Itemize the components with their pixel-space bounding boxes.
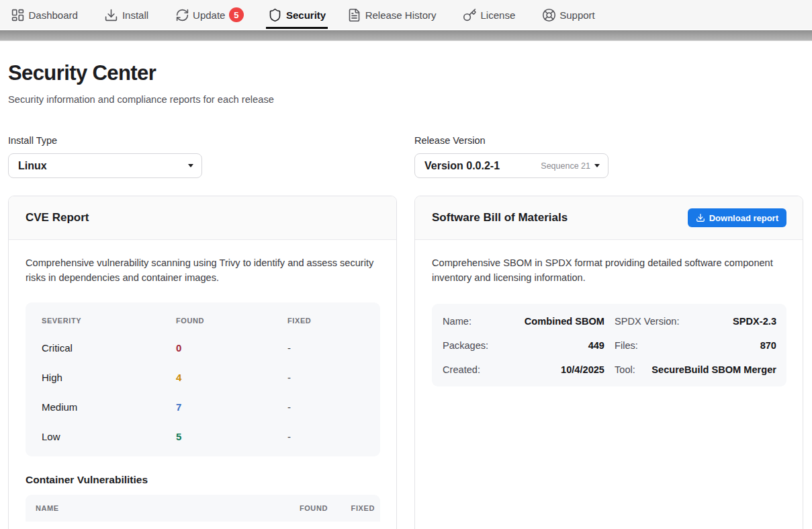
info-value: 449 xyxy=(588,340,604,351)
col-severity: SEVERITY xyxy=(42,317,176,325)
download-report-button[interactable]: Download report xyxy=(688,208,786,227)
tab-label: Update xyxy=(193,9,225,21)
sbom-card-title: Software Bill of Materials xyxy=(432,211,568,225)
release-version-value: Version 0.0.2-1 xyxy=(424,160,500,172)
severity-label: Low xyxy=(42,431,176,442)
severity-label: High xyxy=(42,372,176,383)
info-label: Name: xyxy=(443,316,471,327)
info-label: Created: xyxy=(443,364,480,375)
col-found: FOUND xyxy=(267,504,328,512)
fixed-count: - xyxy=(287,401,364,413)
install-type-value: Linux xyxy=(18,160,47,172)
tab-label: License xyxy=(481,9,516,21)
layout-dashboard-icon xyxy=(11,8,25,22)
found-count: 0 xyxy=(176,342,287,354)
found-count: 4 xyxy=(176,372,287,383)
tab-release-history[interactable]: Release History xyxy=(343,0,440,30)
install-type-select[interactable]: Linux xyxy=(8,153,202,178)
fixed-count: - xyxy=(287,431,364,442)
main-content: Security Center Security information and… xyxy=(0,61,812,529)
info-label: Tool: xyxy=(615,364,635,375)
tab-label: Install xyxy=(122,9,148,21)
col-fixed: FIXED xyxy=(287,317,364,325)
sbom-card-body: Comprehensive SBOM in SPDX format provid… xyxy=(415,240,803,403)
shield-icon xyxy=(268,8,282,22)
life-buoy-icon xyxy=(542,8,556,22)
severity-row-high: High 4 - xyxy=(26,362,380,392)
install-type-group: Install Type Linux xyxy=(8,135,397,178)
sbom-card: Software Bill of Materials Download repo… xyxy=(414,196,803,529)
info-label: Files: xyxy=(615,340,638,351)
file-text-icon xyxy=(347,8,361,22)
found-count: 7 xyxy=(176,401,287,413)
severity-row-critical: Critical 0 - xyxy=(26,333,380,362)
found-count: 5 xyxy=(176,431,287,442)
top-navigation: Dashboard Install Update 5 Security Rele… xyxy=(0,0,812,30)
severity-table-header: SEVERITY FOUND FIXED xyxy=(26,308,380,333)
fixed-count: - xyxy=(287,342,364,354)
info-value: 870 xyxy=(760,340,776,351)
container-vulnerabilities-table: NAME FOUND FIXED xyxy=(26,495,380,522)
sbom-files: Files: 870 xyxy=(615,340,776,351)
sbom-spdx-version: SPDX Version: SPDX-2.3 xyxy=(615,316,776,327)
cve-description: Comprehensive vulnerability scanning usi… xyxy=(26,256,380,285)
sbom-info-row: Created: 10/4/2025 Tool: SecureBuild SBO… xyxy=(443,358,776,382)
release-version-group: Release Version Version 0.0.2-1 Sequence… xyxy=(414,135,803,178)
severity-label: Medium xyxy=(42,401,176,413)
cve-card-body: Comprehensive vulnerability scanning usi… xyxy=(9,240,396,529)
container-vulnerabilities-title: Container Vulnerabilities xyxy=(26,474,380,486)
tab-label: Dashboard xyxy=(29,9,78,21)
tab-label: Release History xyxy=(365,9,437,21)
info-label: Packages: xyxy=(443,340,488,351)
cards-row: CVE Report Comprehensive vulnerability s… xyxy=(8,196,803,529)
cve-report-card: CVE Report Comprehensive vulnerability s… xyxy=(8,196,397,529)
download-icon xyxy=(696,213,705,222)
tab-label: Support xyxy=(559,9,595,21)
tab-install[interactable]: Install xyxy=(100,0,152,30)
update-count-badge: 5 xyxy=(229,7,244,22)
info-value: 10/4/2025 xyxy=(561,364,604,375)
info-value: Combined SBOM xyxy=(525,316,604,327)
install-type-label: Install Type xyxy=(8,135,397,146)
info-value: SecureBuild SBOM Merger xyxy=(651,364,776,375)
release-version-meta: Sequence 21 xyxy=(541,161,590,171)
sbom-info-row: Packages: 449 Files: 870 xyxy=(443,333,776,358)
tab-license[interactable]: License xyxy=(459,0,519,30)
fixed-count: - xyxy=(287,372,364,383)
severity-row-low: Low 5 - xyxy=(26,421,380,451)
cve-card-title: CVE Report xyxy=(26,211,89,225)
tab-support[interactable]: Support xyxy=(538,0,599,30)
sbom-tool: Tool: SecureBuild SBOM Merger xyxy=(615,364,776,375)
page-subtitle: Security information and compliance repo… xyxy=(8,94,803,105)
severity-label: Critical xyxy=(42,342,176,354)
tab-update[interactable]: Update 5 xyxy=(171,0,248,30)
sbom-card-header: Software Bill of Materials Download repo… xyxy=(415,196,803,240)
col-name: NAME xyxy=(36,504,267,512)
col-found: FOUND xyxy=(176,317,287,325)
tab-label: Security xyxy=(286,9,326,21)
refresh-icon xyxy=(175,8,189,22)
severity-row-medium: Medium 7 - xyxy=(26,392,380,421)
col-fixed: FIXED xyxy=(328,504,375,512)
sbom-created: Created: 10/4/2025 xyxy=(443,364,604,375)
tab-security[interactable]: Security xyxy=(266,0,328,30)
info-label: SPDX Version: xyxy=(615,316,680,327)
chevron-down-icon xyxy=(594,164,600,167)
download-icon xyxy=(104,8,118,22)
filters-row: Install Type Linux Release Version Versi… xyxy=(8,135,803,178)
divider-band xyxy=(0,30,812,41)
release-version-select[interactable]: Version 0.0.2-1 Sequence 21 xyxy=(414,153,608,178)
page-title: Security Center xyxy=(8,61,803,85)
info-value: SPDX-2.3 xyxy=(733,316,776,327)
release-version-label: Release Version xyxy=(414,135,803,146)
sbom-name: Name: Combined SBOM xyxy=(443,316,604,327)
sbom-info-row: Name: Combined SBOM SPDX Version: SPDX-2… xyxy=(443,309,776,333)
download-report-label: Download report xyxy=(709,213,778,223)
key-icon xyxy=(463,8,477,22)
severity-table: SEVERITY FOUND FIXED Critical 0 - High 4… xyxy=(26,302,380,456)
tab-dashboard[interactable]: Dashboard xyxy=(7,0,82,30)
sbom-info-grid: Name: Combined SBOM SPDX Version: SPDX-2… xyxy=(432,304,786,386)
sbom-description: Comprehensive SBOM in SPDX format provid… xyxy=(432,256,786,285)
cve-card-header: CVE Report xyxy=(9,196,396,240)
chevron-down-icon xyxy=(188,164,193,167)
